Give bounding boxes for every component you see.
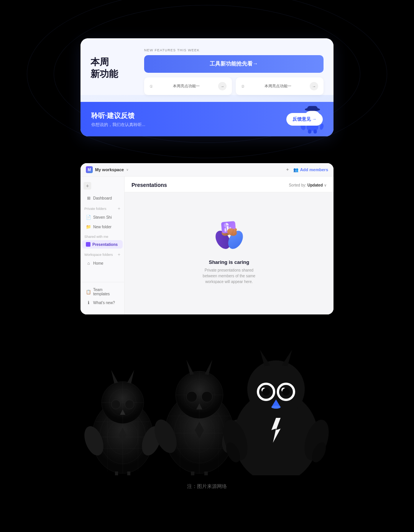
feature-items-row: ① 本周亮点功能一 → ② 本周亮点功能一 → — [144, 77, 324, 95]
add-members-label: Add members — [300, 167, 328, 172]
sidebar-item-team-templates[interactable]: 📋 Team templates — [82, 286, 123, 298]
sort-chevron-icon: ∨ — [324, 183, 327, 187]
svg-marker-83 — [282, 350, 292, 366]
sort-control[interactable]: Sorted by: Updated ∨ — [289, 183, 327, 187]
weekly-title: 本周 新功能 — [90, 56, 118, 80]
svg-marker-82 — [260, 350, 270, 366]
birds-section — [0, 322, 414, 475]
top-card: 本周 新功能 NEW FEATURES THIS WEEK 工具新功能抢先看→ … — [80, 38, 334, 136]
dashboard-label: Dashboard — [93, 196, 112, 200]
svg-rect-11 — [314, 129, 317, 134]
sidebar-item-new-folder[interactable]: 📁 New folder — [82, 223, 123, 231]
footer-note: 注：图片来源网络 — [0, 475, 414, 501]
workspace-chevron-icon: ∨ — [126, 168, 129, 172]
svg-marker-45 — [111, 370, 118, 383]
feature-item-2-arrow[interactable]: → — [310, 82, 318, 90]
feature-item-1-arrow[interactable]: → — [218, 82, 227, 90]
template-icon: 📋 — [86, 290, 91, 295]
new-features-label: NEW FEATURES THIS WEEK — [144, 48, 324, 52]
empty-subtitle: Private presentations shared between mem… — [199, 267, 260, 285]
blue-banner-title: 聆听·建议反馈 — [91, 111, 145, 120]
svg-point-90 — [262, 388, 270, 396]
app-window: M My workspace ∨ ✦ 👥 Add members + ⊞ Das… — [80, 163, 334, 314]
sidebar-bottom: 📋 Team templates ℹ What's new? — [80, 282, 124, 311]
folder-icon-2: 📁 — [86, 224, 91, 229]
star-icon: ✦ — [286, 167, 289, 172]
shared-with-me-section: Shared with me — [80, 232, 124, 240]
top-section: 本周 新功能 NEW FEATURES THIS WEEK 工具新功能抢先看→ … — [0, 0, 414, 148]
feature-num-1: ① — [150, 84, 153, 88]
sidebar-item-steven[interactable]: 📄 Steven Shi — [82, 213, 123, 222]
sidebar-item-whats-new[interactable]: ℹ What's new? — [82, 298, 123, 307]
svg-marker-71 — [205, 360, 212, 375]
private-folders-section: Private folders + — [80, 203, 124, 213]
new-folder-label: New folder — [93, 225, 112, 229]
app-window-wrapper: M My workspace ∨ ✦ 👥 Add members + ⊞ Das… — [0, 152, 414, 314]
svg-rect-79 — [204, 471, 208, 475]
svg-rect-53 — [115, 471, 118, 475]
sidebar-item-presentations[interactable]: Presentations — [82, 240, 123, 249]
blue-banner-subtitle: 你想说的，我们在认真聆听... — [91, 122, 145, 128]
feature-num-2: ② — [241, 84, 245, 88]
app-title-left: M My workspace ∨ — [86, 166, 129, 173]
birds-illustration — [54, 330, 360, 475]
steven-folder-label: Steven Shi — [93, 215, 112, 219]
home-icon: ⌂ — [86, 261, 91, 265]
svg-rect-10 — [308, 129, 311, 134]
feature-item-1-label: 本周亮点功能一 — [173, 83, 200, 89]
svg-point-73 — [202, 391, 212, 402]
empty-title: Sharing is caring — [209, 259, 249, 265]
feature-main-button[interactable]: 工具新功能抢先看→ — [144, 55, 324, 73]
main-content: Presentations Sorted by: Updated ∨ — [125, 177, 334, 314]
svg-rect-78 — [191, 471, 194, 475]
app-title-right: ✦ 👥 Add members — [286, 167, 328, 172]
app-body: + ⊞ Dashboard Private folders + 📄 Steven… — [80, 177, 334, 314]
main-header: Presentations Sorted by: Updated ∨ — [125, 177, 334, 192]
svg-marker-70 — [186, 360, 194, 375]
svg-point-81 — [247, 360, 305, 418]
sidebar: + ⊞ Dashboard Private folders + 📄 Steven… — [80, 177, 125, 314]
whats-new-icon: ℹ — [86, 300, 91, 305]
svg-point-47 — [111, 400, 120, 409]
svg-rect-1 — [307, 106, 318, 111]
private-folders-title: Private folders — [84, 207, 107, 211]
workspace-folders-add-icon[interactable]: + — [118, 252, 120, 257]
workspace-name: My workspace — [95, 167, 124, 172]
home-label: Home — [93, 261, 104, 265]
grid-icon: ⊞ — [86, 196, 91, 201]
sidebar-item-dashboard[interactable]: ⊞ Dashboard — [82, 194, 123, 203]
team-templates-label: Team templates — [93, 288, 119, 296]
private-folders-add-icon[interactable]: + — [118, 206, 120, 211]
empty-state: Sharing is caring Private presentations … — [125, 192, 334, 300]
add-members-button[interactable]: 👥 Add members — [293, 167, 328, 172]
presentations-label: Presentations — [92, 242, 118, 247]
whats-new-label: What's new? — [93, 301, 115, 305]
footer-note-text: 注：图片来源网络 — [187, 483, 227, 489]
sharing-illustration — [208, 211, 250, 253]
app-titlebar: M My workspace ∨ ✦ 👥 Add members — [80, 163, 334, 177]
app-logo: M — [86, 166, 93, 173]
main-title: Presentations — [131, 182, 167, 188]
svg-point-93 — [271, 406, 281, 409]
workspace-folders-title: Workspace folders — [84, 253, 113, 257]
svg-point-48 — [125, 400, 134, 409]
svg-point-72 — [186, 391, 197, 402]
sidebar-item-home[interactable]: ⌂ Home — [82, 259, 123, 267]
blue-banner-text: 聆听·建议反馈 你想说的，我们在认真聆听... — [91, 111, 145, 128]
folder-icon-1: 📄 — [86, 215, 91, 220]
workspace-folders-section: Workspace folders + — [80, 249, 124, 259]
svg-point-91 — [282, 388, 290, 396]
svg-marker-46 — [127, 370, 134, 383]
feature-item-2[interactable]: ② 本周亮点功能一 → — [236, 77, 324, 95]
feature-item-1[interactable]: ① 本周亮点功能一 → — [144, 77, 232, 95]
users-icon: 👥 — [293, 167, 299, 172]
svg-rect-54 — [127, 471, 130, 475]
sort-value: Updated — [307, 183, 323, 187]
svg-rect-22 — [224, 228, 226, 232]
feedback-button[interactable]: 反馈意见 → — [286, 113, 323, 126]
feature-item-2-label: 本周亮点功能一 — [264, 83, 291, 89]
sidebar-add-button[interactable]: + — [84, 182, 91, 190]
sort-by-label: Sorted by: — [289, 183, 306, 187]
blue-banner: 聆听·建议反馈 你想说的，我们在认真聆听... 反馈意见 → — [80, 102, 334, 136]
presentations-icon — [86, 242, 90, 247]
